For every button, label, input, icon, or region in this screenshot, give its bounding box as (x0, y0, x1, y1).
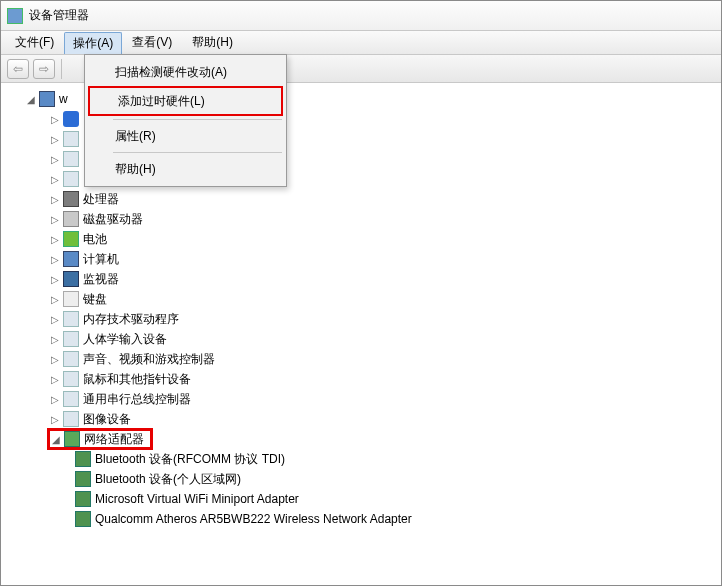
tree-net-item[interactable]: Qualcomm Atheros AR5BWB222 Wireless Netw… (7, 509, 721, 529)
device-icon (63, 171, 79, 187)
expand-icon[interactable]: ▷ (49, 413, 61, 425)
dropdown-separator (113, 119, 282, 120)
tree-label: 内存技术驱动程序 (83, 311, 179, 328)
tree-label: 电池 (83, 231, 107, 248)
tree-label: Qualcomm Atheros AR5BWB222 Wireless Netw… (95, 512, 412, 526)
computer-icon (39, 91, 55, 107)
expand-icon[interactable]: ▷ (49, 273, 61, 285)
expand-icon[interactable]: ▷ (49, 233, 61, 245)
menu-file-label: 文件(F) (15, 34, 54, 51)
back-button[interactable]: ⇦ (7, 59, 29, 79)
dropdown-label: 扫描检测硬件改动(A) (115, 64, 227, 81)
tree-battery[interactable]: ▷电池 (7, 229, 721, 249)
tree-label: 计算机 (83, 251, 119, 268)
tree-label: Bluetooth 设备(个人区域网) (95, 471, 241, 488)
memory-icon (63, 311, 79, 327)
adapter-icon (75, 491, 91, 507)
expand-icon[interactable]: ▷ (49, 393, 61, 405)
tree-cpu[interactable]: ▷处理器 (7, 189, 721, 209)
root-label: w (59, 92, 68, 106)
imaging-icon (63, 411, 79, 427)
adapter-icon (75, 471, 91, 487)
dropdown-label: 帮助(H) (115, 161, 156, 178)
tree-usb[interactable]: ▷通用串行总线控制器 (7, 389, 721, 409)
forward-button[interactable]: ⇨ (33, 59, 55, 79)
highlight-box: ◢ 网络适配器 (47, 428, 153, 450)
tree-computer[interactable]: ▷计算机 (7, 249, 721, 269)
tree-label: Bluetooth 设备(RFCOMM 协议 TDI) (95, 451, 285, 468)
device-icon (63, 151, 79, 167)
dropdown-separator (113, 152, 282, 153)
tree-net-item[interactable]: Microsoft Virtual WiFi Miniport Adapter (7, 489, 721, 509)
tree-label: 通用串行总线控制器 (83, 391, 191, 408)
tree-imaging[interactable]: ▷图像设备 (7, 409, 721, 429)
battery-icon (63, 231, 79, 247)
window: 设备管理器 文件(F) 操作(A) 查看(V) 帮助(H) ⇦ ⇨ ◢ w ▷ … (0, 0, 722, 586)
tree-hid[interactable]: ▷人体学输入设备 (7, 329, 721, 349)
dropdown-help[interactable]: 帮助(H) (87, 156, 284, 182)
expand-icon[interactable]: ▷ (49, 313, 61, 325)
tree-label: 处理器 (83, 191, 119, 208)
dropdown-scan[interactable]: 扫描检测硬件改动(A) (87, 59, 284, 85)
expand-icon[interactable]: ▷ (49, 193, 61, 205)
app-icon (7, 8, 23, 24)
network-icon (64, 431, 80, 447)
menu-action-label: 操作(A) (73, 35, 113, 52)
tree-mem[interactable]: ▷内存技术驱动程序 (7, 309, 721, 329)
tree-keyboard[interactable]: ▷键盘 (7, 289, 721, 309)
dropdown-add-legacy[interactable]: 添加过时硬件(L) (90, 88, 281, 114)
computer-icon (63, 251, 79, 267)
keyboard-icon (63, 291, 79, 307)
dropdown-label: 添加过时硬件(L) (118, 93, 205, 110)
tree-monitor[interactable]: ▷监视器 (7, 269, 721, 289)
tree-label: 监视器 (83, 271, 119, 288)
expand-icon[interactable]: ▷ (49, 253, 61, 265)
expand-icon[interactable]: ▷ (49, 213, 61, 225)
device-icon (63, 131, 79, 147)
expand-icon[interactable]: ▷ (49, 293, 61, 305)
expand-icon[interactable]: ▷ (49, 333, 61, 345)
collapse-icon[interactable]: ◢ (50, 433, 62, 445)
tree-net-item[interactable]: Bluetooth 设备(RFCOMM 协议 TDI) (7, 449, 721, 469)
arrow-right-icon: ⇨ (39, 62, 49, 76)
tree-label: 键盘 (83, 291, 107, 308)
monitor-icon (63, 271, 79, 287)
menu-action[interactable]: 操作(A) (64, 32, 122, 54)
tree-net-item[interactable]: Bluetooth 设备(个人区域网) (7, 469, 721, 489)
tree-disk[interactable]: ▷磁盘驱动器 (7, 209, 721, 229)
menubar: 文件(F) 操作(A) 查看(V) 帮助(H) (1, 31, 721, 55)
menu-file[interactable]: 文件(F) (5, 31, 64, 54)
expand-icon[interactable]: ▷ (49, 353, 61, 365)
disk-icon (63, 211, 79, 227)
menu-view-label: 查看(V) (132, 34, 172, 51)
window-title: 设备管理器 (29, 7, 89, 24)
sound-icon (63, 351, 79, 367)
expand-icon[interactable]: ▷ (49, 153, 61, 165)
tree-label: 图像设备 (83, 411, 131, 428)
expand-icon[interactable]: ▷ (49, 373, 61, 385)
tree-label: 磁盘驱动器 (83, 211, 143, 228)
tree-label: 鼠标和其他指针设备 (83, 371, 191, 388)
dropdown-label: 属性(R) (115, 128, 156, 145)
expand-icon[interactable]: ▷ (49, 173, 61, 185)
collapse-icon[interactable]: ◢ (25, 93, 37, 105)
tree-sound[interactable]: ▷声音、视频和游戏控制器 (7, 349, 721, 369)
highlight-box: 添加过时硬件(L) (88, 86, 283, 116)
expand-icon[interactable]: ▷ (49, 133, 61, 145)
adapter-icon (75, 451, 91, 467)
mouse-icon (63, 371, 79, 387)
expand-icon[interactable]: ▷ (49, 113, 61, 125)
tree-label: 声音、视频和游戏控制器 (83, 351, 215, 368)
menu-help[interactable]: 帮助(H) (182, 31, 243, 54)
titlebar: 设备管理器 (1, 1, 721, 31)
tree-label: 网络适配器 (84, 431, 144, 448)
menu-view[interactable]: 查看(V) (122, 31, 182, 54)
tree-network[interactable]: ◢ 网络适配器 (7, 429, 721, 449)
adapter-icon (75, 511, 91, 527)
dropdown-properties[interactable]: 属性(R) (87, 123, 284, 149)
cpu-icon (63, 191, 79, 207)
tree-mouse[interactable]: ▷鼠标和其他指针设备 (7, 369, 721, 389)
menu-help-label: 帮助(H) (192, 34, 233, 51)
arrow-left-icon: ⇦ (13, 62, 23, 76)
tree-label: 人体学输入设备 (83, 331, 167, 348)
